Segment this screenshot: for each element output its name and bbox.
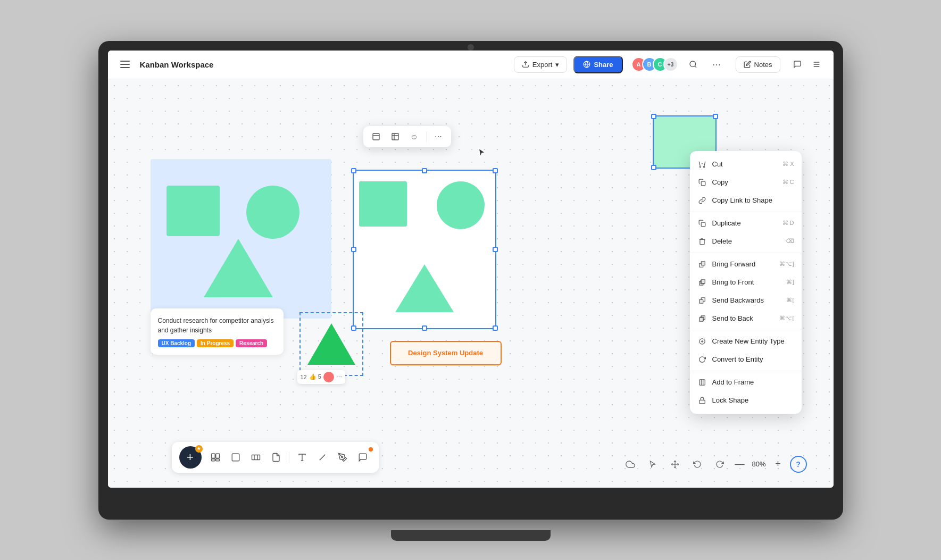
fab-badge: ★ <box>195 445 203 453</box>
menu-button[interactable] <box>116 56 134 73</box>
handle-br[interactable] <box>493 325 498 331</box>
select-tool[interactable] <box>644 456 661 473</box>
line-tool[interactable] <box>314 449 331 466</box>
handle-mr[interactable] <box>493 247 498 252</box>
undo-button[interactable] <box>689 456 706 473</box>
cm-cut[interactable]: Cut ⌘ X <box>690 155 802 173</box>
cm-cut-label: Cut <box>712 160 723 168</box>
design-system-box[interactable]: Design System Update <box>390 341 502 365</box>
teal-handle-bl[interactable] <box>651 165 656 170</box>
cm-copy[interactable]: Copy ⌘ C <box>690 173 802 191</box>
text-tool[interactable] <box>294 449 311 466</box>
handle-tl[interactable] <box>351 168 356 173</box>
cursor <box>478 147 487 159</box>
cm-copy-label: Copy <box>712 178 728 186</box>
canvas[interactable]: ☺ ⋯ <box>108 79 834 488</box>
svg-rect-34 <box>215 454 219 458</box>
copy-icon <box>697 178 707 187</box>
shape-triangle-mid[interactable] <box>395 264 454 312</box>
cm-send-back[interactable]: Send Backwards ⌘[ <box>690 291 802 310</box>
section-tool[interactable] <box>247 449 264 466</box>
teal-handle-tr[interactable] <box>713 114 718 119</box>
frame-tool[interactable] <box>227 449 244 466</box>
handle-tm[interactable] <box>422 168 427 173</box>
cm-copy-shortcut: ⌘ C <box>782 179 794 186</box>
shape-circle-mid[interactable] <box>437 181 485 229</box>
bring-front-icon <box>697 278 707 287</box>
cm-bring-forward-label: Bring Forward <box>712 260 756 268</box>
cm-copy-link[interactable]: Copy Link to Shape <box>690 191 802 210</box>
frame-middle-selected[interactable] <box>353 170 496 329</box>
notes-button[interactable]: Notes <box>736 56 780 73</box>
cm-create-entity[interactable]: Create New Entity Type <box>690 332 802 350</box>
shape-triangle-left[interactable] <box>204 239 273 297</box>
cm-sep-2 <box>690 253 802 253</box>
floating-toolbar: ☺ ⋯ <box>363 126 451 147</box>
sticky-tool[interactable] <box>268 449 285 466</box>
search-button[interactable] <box>685 56 702 73</box>
svg-line-43 <box>319 454 325 460</box>
cm-copy-link-label: Copy Link to Shape <box>712 196 772 204</box>
settings-button[interactable] <box>808 56 825 73</box>
svg-rect-15 <box>701 222 705 227</box>
pages-tool[interactable] <box>207 449 224 466</box>
bring-forward-icon <box>697 260 707 269</box>
shape-circle-left[interactable] <box>246 186 299 239</box>
lock-shape-icon <box>697 396 707 405</box>
add-button[interactable]: + ★ <box>179 446 202 469</box>
shape-square-left[interactable] <box>166 186 220 236</box>
zoom-in-button[interactable]: + <box>772 458 785 471</box>
handle-tr[interactable] <box>493 168 498 173</box>
svg-rect-20 <box>701 279 705 283</box>
mini-toolbar: 12 👍 5 ⋯ <box>297 370 345 384</box>
cm-delete[interactable]: Delete ⌫ <box>690 232 802 250</box>
cm-lock-shape-label: Lock Shape <box>712 396 749 404</box>
svg-point-13 <box>703 166 704 167</box>
redo-button[interactable] <box>711 456 728 473</box>
align-icon[interactable] <box>369 129 384 144</box>
handle-ml[interactable] <box>351 247 356 252</box>
share-button[interactable]: Share <box>573 56 622 73</box>
cm-bring-forward[interactable]: Bring Forward ⌘⌥] <box>690 255 802 273</box>
export-button[interactable]: Export ▾ <box>514 56 568 73</box>
export-chevron: ▾ <box>555 61 559 69</box>
cm-duplicate[interactable]: Duplicate ⌘ D <box>690 214 802 232</box>
cm-send-to-back[interactable]: Send to Back ⌘⌥[ <box>690 310 802 328</box>
more-options-button[interactable]: ⋯ <box>708 56 725 73</box>
pen-tool[interactable] <box>334 449 351 466</box>
frame-mini-triangle[interactable] <box>299 312 363 376</box>
chat-button[interactable] <box>789 56 806 73</box>
cm-send-backwards-label: Send Backwards <box>712 296 764 304</box>
context-menu: Cut ⌘ X Copy ⌘ C <box>690 151 802 414</box>
cloud-icon[interactable] <box>622 456 639 473</box>
handle-bm[interactable] <box>422 325 427 331</box>
cm-send-backwards-shortcut: ⌘[ <box>786 297 794 304</box>
cm-bring-front[interactable]: Bring to Front ⌘] <box>690 273 802 291</box>
shape-square-mid[interactable] <box>359 181 407 227</box>
more-icon[interactable]: ⋯ <box>431 129 446 144</box>
cm-add-frame[interactable]: Add to Frame <box>690 373 802 391</box>
cm-convert-entity[interactable]: Convert to Entity <box>690 350 802 369</box>
cut-icon <box>697 160 707 169</box>
svg-rect-9 <box>392 133 398 140</box>
zoom-level[interactable]: 80% <box>750 460 769 468</box>
teal-handle-tl[interactable] <box>651 114 656 119</box>
zoom-out-button[interactable]: — <box>734 458 746 471</box>
cm-sep-1 <box>690 212 802 212</box>
svg-rect-17 <box>701 261 705 265</box>
help-button[interactable]: ? <box>790 456 807 473</box>
mini-count-12: 12 <box>301 374 307 380</box>
svg-rect-14 <box>701 181 705 186</box>
svg-rect-7 <box>373 133 379 140</box>
mini-more[interactable]: ⋯ <box>336 373 342 380</box>
cm-lock-shape[interactable]: Lock Shape <box>690 391 802 409</box>
frame-icon[interactable] <box>388 129 403 144</box>
move-tool[interactable] <box>667 456 684 473</box>
frame-left <box>151 159 331 319</box>
comment-tool[interactable] <box>354 449 371 466</box>
add-frame-icon <box>697 378 707 387</box>
triangle-dark[interactable] <box>307 323 355 365</box>
emoji-icon[interactable]: ☺ <box>407 129 422 144</box>
cm-add-frame-label: Add to Frame <box>712 378 754 386</box>
task-card[interactable]: Conduct research for competitor analysis… <box>151 308 284 355</box>
